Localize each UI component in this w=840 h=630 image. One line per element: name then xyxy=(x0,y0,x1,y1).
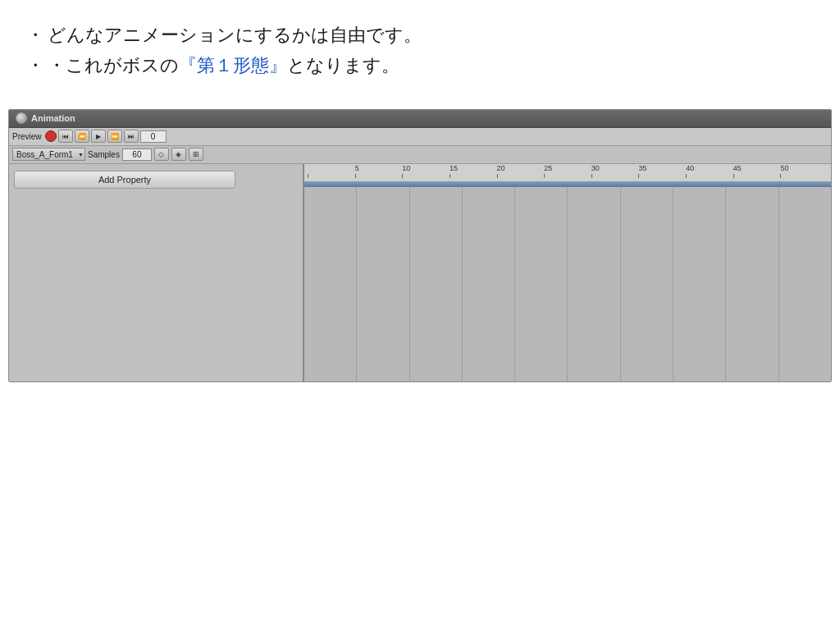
toolbar-row: Preview ⏮ ⏪ ▶ ⏩ ⏭ xyxy=(9,128,831,146)
add-property-button[interactable]: Add Property xyxy=(14,171,235,189)
samples-label: Samples xyxy=(88,150,120,159)
ruler-tick-45 xyxy=(733,174,734,178)
text-prefix-2: ・これがボスの xyxy=(48,55,179,75)
prev-frame-button[interactable]: ⏪ xyxy=(75,130,89,143)
text-highlight-2: 『第１形態』 xyxy=(179,55,287,75)
animation-icon xyxy=(16,112,27,124)
keyframe-button[interactable]: ◇ xyxy=(154,148,169,161)
ruler-mark-45: 45 xyxy=(733,164,781,180)
text-line-1: ・どんなアニメーションにするかは自由です。 xyxy=(26,20,814,50)
ruler-mark-0 xyxy=(308,164,355,180)
extra-button[interactable]: ⊞ xyxy=(189,148,203,161)
next-frame-button[interactable]: ⏩ xyxy=(107,130,122,143)
bullet-1: ・ xyxy=(26,25,44,45)
timeline-col-3 xyxy=(410,187,463,381)
ruler-tick-25 xyxy=(544,174,545,178)
ruler-mark-25: 25 xyxy=(544,164,591,180)
text-line-2: ・・これがボスの『第１形態』となります。 xyxy=(26,50,814,80)
text-content-1: どんなアニメーションにするかは自由です。 xyxy=(48,25,422,45)
timeline-columns xyxy=(304,187,831,381)
record-button[interactable] xyxy=(45,130,57,142)
text-suffix-2: となります。 xyxy=(287,55,399,75)
ruler-mark-40: 40 xyxy=(686,164,733,180)
ruler-label-30: 30 xyxy=(591,165,600,172)
ruler-tick-35 xyxy=(638,174,639,178)
timeline-col-2 xyxy=(357,187,409,381)
add-keyframe-button[interactable]: ◈ xyxy=(171,148,186,161)
ruler-tick-10 xyxy=(402,174,403,178)
ruler-label-15: 15 xyxy=(450,165,458,172)
timeline-panel: 5101520253035404550 xyxy=(304,164,831,381)
ruler-tick-20 xyxy=(497,174,498,178)
ruler-mark-50: 50 xyxy=(780,164,828,180)
timeline-col-9 xyxy=(726,187,778,381)
ruler-mark-30: 30 xyxy=(591,164,639,180)
ruler-tick-0 xyxy=(308,174,308,178)
ruler-tick-5 xyxy=(355,174,356,178)
timeline-col-1 xyxy=(304,187,357,381)
ruler-tick-40 xyxy=(686,174,687,178)
animation-panel: Animation Preview ⏮ ⏪ ▶ ⏩ ⏭ Boss_A_Form1… xyxy=(8,109,832,382)
ruler-label-35: 35 xyxy=(638,165,646,172)
ruler-label-20: 20 xyxy=(497,165,505,172)
panel-body: Add Property 5101520253035404550 xyxy=(9,164,831,381)
timeline-col-7 xyxy=(621,187,673,381)
ruler-label-45: 45 xyxy=(733,165,742,172)
clip-select[interactable]: Boss_A_Form1 xyxy=(12,148,85,161)
samples-input[interactable] xyxy=(122,148,152,161)
ruler-mark-15: 15 xyxy=(450,164,497,180)
timeline-col-5 xyxy=(515,187,568,381)
timeline-col-10 xyxy=(779,187,831,381)
ruler-label-10: 10 xyxy=(402,165,410,172)
ruler-label-40: 40 xyxy=(686,165,694,172)
timeline-ruler: 5101520253035404550 xyxy=(304,164,831,182)
samples-row: Boss_A_Form1 ▼ Samples ◇ ◈ ⊞ xyxy=(9,146,831,164)
ruler-mark-20: 20 xyxy=(497,164,545,180)
clip-select-wrapper: Boss_A_Form1 ▼ xyxy=(12,148,85,161)
timeline-col-8 xyxy=(673,187,726,381)
begin-button[interactable]: ⏮ xyxy=(58,130,73,143)
timeline-col-6 xyxy=(568,187,620,381)
ruler-label-50: 50 xyxy=(780,165,788,172)
ruler-tick-15 xyxy=(450,174,450,178)
timeline-grid[interactable] xyxy=(304,187,831,381)
ruler-mark-10: 10 xyxy=(402,164,450,180)
play-button[interactable]: ▶ xyxy=(91,130,106,143)
panel-titlebar: Animation xyxy=(9,110,831,128)
end-button[interactable]: ⏭ xyxy=(124,130,139,143)
ruler-label-25: 25 xyxy=(544,165,552,172)
ruler-mark-35: 35 xyxy=(638,164,686,180)
ruler-label-5: 5 xyxy=(355,165,359,172)
preview-label: Preview xyxy=(12,132,42,141)
panel-title: Animation xyxy=(31,113,75,123)
text-area: ・どんなアニメーションにするかは自由です。 ・・これがボスの『第１形態』となりま… xyxy=(0,0,840,94)
ruler-tick-30 xyxy=(591,174,592,178)
frame-input[interactable] xyxy=(140,130,167,143)
timeline-col-4 xyxy=(463,187,515,381)
ruler-mark-5: 5 xyxy=(355,164,403,180)
ruler-tick-50 xyxy=(780,174,781,178)
bullet-2: ・ xyxy=(26,55,44,75)
left-panel: Add Property xyxy=(9,164,304,381)
